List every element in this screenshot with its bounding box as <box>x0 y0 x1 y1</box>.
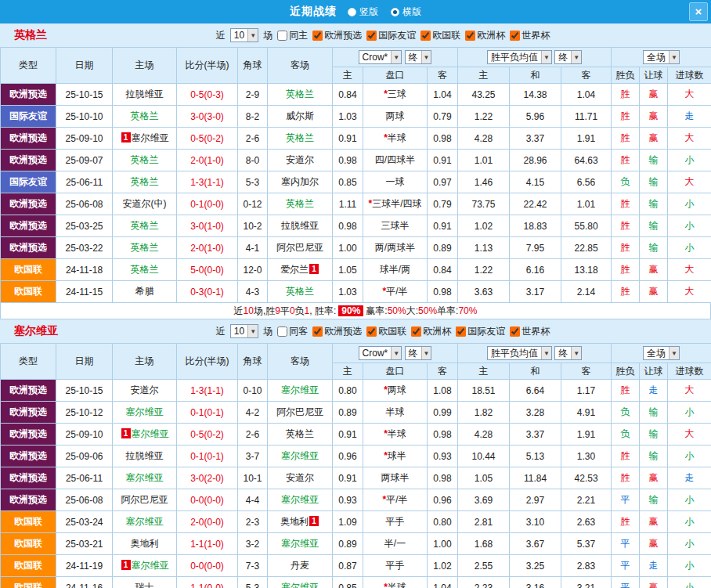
competition-filter[interactable]: 欧国联 <box>420 29 460 42</box>
cell-home-team: 英格兰 <box>113 171 177 193</box>
cell-handicap-home-odds: 1.00 <box>333 237 363 259</box>
vertical-layout-radio[interactable]: 竖版 <box>348 5 378 19</box>
competition-filter[interactable]: 欧国联 <box>366 325 406 338</box>
bookmaker-select[interactable]: Crow*▼ <box>359 346 402 360</box>
bookmaker-select-value: Crow* <box>363 52 388 63</box>
cell-odds-away: 2.63 <box>561 511 612 533</box>
match-row: 欧洲预选25-09-06拉脱维亚0-1(0-1)3-7塞尔维亚0.96*球半0.… <box>1 446 711 467</box>
cell-competition: 欧国联 <box>1 259 56 281</box>
cell-date: 25-10-12 <box>56 402 113 424</box>
avg-stage-select[interactable]: 终▼ <box>554 50 582 64</box>
competition-filter[interactable]: 国际友谊 <box>456 325 505 338</box>
cell-odds-away: 5.37 <box>561 533 612 555</box>
cell-handicap-line: *平/半 <box>363 281 428 303</box>
home-team-name: 拉脱维亚 <box>126 88 164 99</box>
cell-handicap-line: 三球半 <box>363 215 428 237</box>
handicap-stage-value: 终 <box>409 347 418 360</box>
cell-score: 0-0(0-0) <box>177 489 238 511</box>
handicap-line-text: 平/半 <box>386 286 407 297</box>
col-handicap-away: 客 <box>428 363 458 380</box>
avg-odds-select[interactable]: 胜平负均值▼ <box>487 346 552 360</box>
summary-part: , 胜率: <box>309 305 336 318</box>
cell-handicap-line: 四/四球半 <box>363 150 428 171</box>
cell-handicap-line: 两球 <box>363 106 428 128</box>
col-handicap-line: 盘口 <box>363 363 428 380</box>
competition-filter[interactable]: 欧洲预选 <box>312 325 362 338</box>
same-venue-filter-checkbox[interactable] <box>277 31 287 41</box>
competition-filter-checkbox[interactable] <box>456 326 466 337</box>
cell-result: 胜 <box>612 128 640 150</box>
horizontal-layout-radio[interactable]: 横版 <box>391 5 421 19</box>
col-handicap-result: 让球 <box>640 363 668 380</box>
competition-filter-checkbox[interactable] <box>312 31 323 41</box>
cell-handicap-away-odds: 1.04 <box>428 577 458 588</box>
cell-home-team: 1塞尔维亚 <box>113 555 177 577</box>
same-venue-filter[interactable]: 同客 <box>277 325 308 338</box>
competition-filter-checkbox[interactable] <box>411 326 421 337</box>
avg-odds-select[interactable]: 胜平负均值▼ <box>487 50 552 64</box>
competition-filter[interactable]: 国际友谊 <box>366 29 416 42</box>
match-row: 欧洲预选25-06-11塞尔维亚3-0(2-0)10-1安道尔0.91两球半0.… <box>1 467 711 489</box>
cell-competition: 欧洲预选 <box>1 150 56 171</box>
cell-handicap-away-odds: 0.89 <box>428 237 458 259</box>
handicap-line-text: 两球 <box>386 110 405 121</box>
same-venue-filter-checkbox[interactable] <box>277 326 287 337</box>
competition-filter[interactable]: 欧洲杯 <box>465 29 505 42</box>
bookmaker-select[interactable]: Crow*▼ <box>359 50 402 64</box>
cell-odds-away: 1.91 <box>561 128 612 150</box>
cell-away-team: 塞尔维亚 <box>268 446 333 467</box>
cell-score: 1-3(1-1) <box>177 171 238 193</box>
cell-handicap-home-odds: 0.93 <box>333 489 363 511</box>
col-away: 客场 <box>268 344 333 380</box>
chevron-down-icon: ▼ <box>541 51 551 63</box>
cell-competition: 欧洲预选 <box>1 467 56 489</box>
cell-odds-home: 3.69 <box>458 489 510 511</box>
radio-circle-selected-icon <box>391 8 399 16</box>
handicap-stage-select[interactable]: 终▼ <box>405 50 432 64</box>
cell-away-team: 英格兰 <box>268 128 333 150</box>
competition-filter-checkbox[interactable] <box>366 31 377 41</box>
cell-corners: 8-2 <box>238 106 268 128</box>
avg-stage-select[interactable]: 终▼ <box>554 346 582 360</box>
chevron-down-icon: ▼ <box>571 51 581 63</box>
cell-date: 25-09-07 <box>56 150 113 171</box>
competition-filter[interactable]: 世界杯 <box>510 29 550 42</box>
cell-away-team: 爱尔兰1 <box>268 259 333 281</box>
match-row: 欧洲预选25-10-15拉脱维亚0-5(0-3)2-9英格兰0.84*三球1.0… <box>1 84 711 106</box>
match-row: 欧国联24-11-15希腊0-3(0-1)4-3英格兰1.03*平/半0.983… <box>1 281 711 303</box>
cell-date: 24-11-19 <box>56 555 113 577</box>
close-button[interactable]: × <box>689 2 708 21</box>
england-filter-bar: 英格兰 近10▼场同主欧洲预选国际友谊欧国联欧洲杯世界杯 <box>0 23 711 47</box>
scope-select[interactable]: 全场▼ <box>643 346 680 360</box>
cell-handicap-result: 输 <box>640 402 668 424</box>
competition-filter-checkbox[interactable] <box>366 326 377 337</box>
close-icon: × <box>695 5 702 18</box>
home-team-name: 英格兰 <box>131 220 159 231</box>
cell-competition: 欧洲预选 <box>1 402 56 424</box>
cell-odds-home: 1.13 <box>458 237 510 259</box>
cell-score: 0-0(0-0) <box>177 555 238 577</box>
competition-filter[interactable]: 世界杯 <box>510 325 550 338</box>
recent-count-select[interactable]: 10▼ <box>230 28 258 42</box>
col-corner: 角球 <box>238 48 268 84</box>
cell-goals-result: 小 <box>668 150 711 171</box>
competition-filter-checkbox[interactable] <box>465 31 475 41</box>
same-venue-filter[interactable]: 同主 <box>277 29 308 42</box>
cell-handicap-away-odds: 1.08 <box>428 380 458 402</box>
competition-filter-checkbox[interactable] <box>510 326 520 337</box>
handicap-stage-select[interactable]: 终▼ <box>405 346 432 360</box>
cell-odds-home: 43.25 <box>458 84 510 106</box>
home-team-name: 英格兰 <box>131 110 159 121</box>
competition-filter[interactable]: 欧洲预选 <box>312 29 362 42</box>
cell-odds-home: 10.44 <box>458 446 510 467</box>
competition-filter-checkbox[interactable] <box>420 31 431 41</box>
competition-filter-checkbox[interactable] <box>510 31 520 41</box>
cell-odds-away: 55.80 <box>561 215 612 237</box>
scope-select[interactable]: 全场▼ <box>643 50 680 64</box>
col-away: 客场 <box>268 48 333 84</box>
recent-count-select[interactable]: 10▼ <box>230 324 258 338</box>
competition-filter[interactable]: 欧洲杯 <box>411 325 451 338</box>
competition-filter-checkbox[interactable] <box>312 326 323 337</box>
cell-goals-result: 小 <box>668 489 711 511</box>
cell-result: 负 <box>612 171 640 193</box>
